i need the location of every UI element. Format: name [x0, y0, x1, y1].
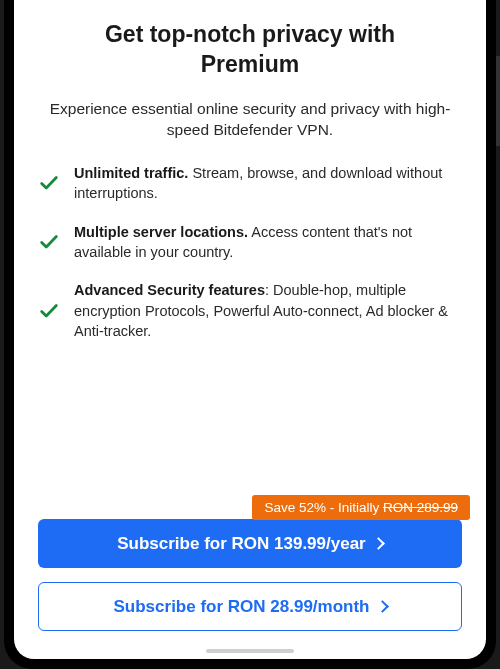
feature-text: Advanced Security features: Double-hop, …	[74, 280, 462, 341]
feature-item: Multiple server locations. Access conten…	[38, 222, 462, 263]
checkmark-icon	[38, 231, 60, 253]
subscribe-yearly-button[interactable]: Subscribe for RON 139.99/year	[38, 519, 462, 568]
button-label: Subscribe for RON 139.99/year	[117, 534, 366, 554]
page-title: Get top-notch privacy with Premium	[38, 20, 462, 80]
checkmark-icon	[38, 300, 60, 322]
home-indicator[interactable]	[206, 649, 294, 653]
feature-text: Multiple server locations. Access conten…	[74, 222, 462, 263]
feature-item: Unlimited traffic. Stream, browse, and d…	[38, 163, 462, 204]
phone-side-button	[496, 56, 500, 146]
checkmark-icon	[38, 172, 60, 194]
button-label: Subscribe for RON 28.99/month	[114, 597, 370, 617]
phone-frame: Get top-notch privacy with Premium Exper…	[4, 0, 496, 669]
discount-badge: Save 52% - Initially RON 289.99	[252, 495, 470, 520]
subscribe-monthly-button[interactable]: Subscribe for RON 28.99/month	[38, 582, 462, 631]
chevron-right-icon	[372, 537, 385, 550]
screen: Get top-notch privacy with Premium Exper…	[14, 0, 486, 659]
chevron-right-icon	[376, 600, 389, 613]
feature-item: Advanced Security features: Double-hop, …	[38, 280, 462, 341]
button-area: Save 52% - Initially RON 289.99 Subscrib…	[38, 519, 462, 631]
feature-list: Unlimited traffic. Stream, browse, and d…	[38, 163, 462, 341]
page-subtitle: Experience essential online security and…	[38, 98, 462, 141]
feature-text: Unlimited traffic. Stream, browse, and d…	[74, 163, 462, 204]
